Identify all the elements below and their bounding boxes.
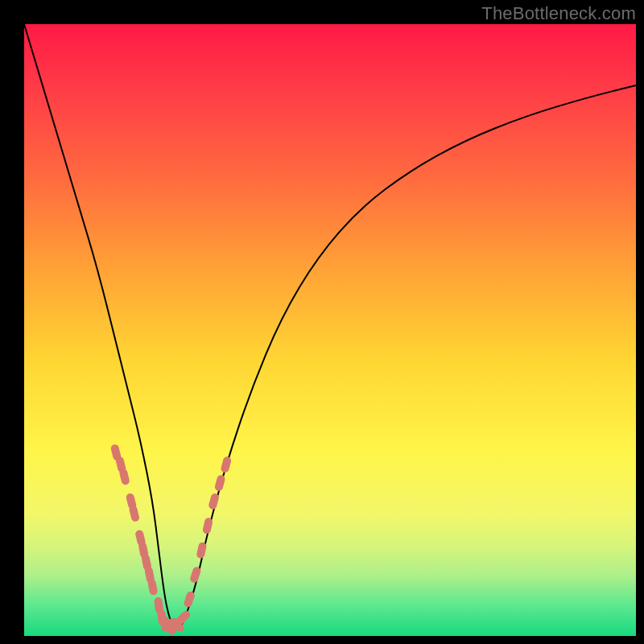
- data-point: [118, 468, 130, 485]
- watermark-text: TheBottleneck.com: [481, 3, 636, 24]
- data-point: [202, 517, 213, 535]
- data-point: [129, 505, 141, 522]
- plot-area: [24, 24, 636, 636]
- chart-frame: TheBottleneck.com: [0, 0, 644, 644]
- points-group: [110, 444, 233, 635]
- data-point: [196, 542, 207, 559]
- data-point: [189, 566, 202, 584]
- data-point: [220, 456, 232, 473]
- curve-layer: [24, 24, 636, 636]
- data-point: [208, 493, 220, 510]
- data-point: [214, 474, 226, 492]
- data-point: [147, 578, 159, 596]
- data-point: [183, 590, 196, 608]
- bottleneck-curve: [24, 24, 636, 629]
